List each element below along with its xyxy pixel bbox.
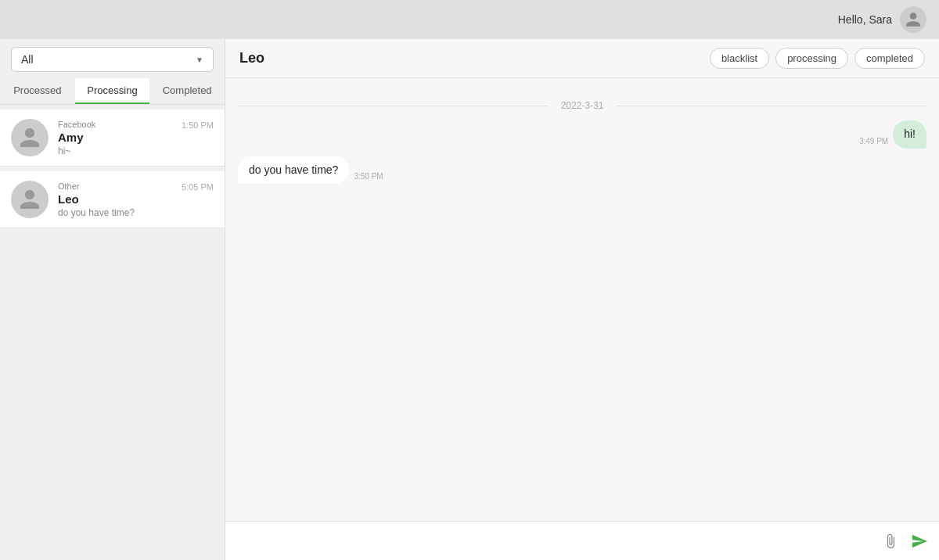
main-area: All ▼ Processed Processing Completed (0, 39, 939, 560)
greeting-text: Hello, Sara (838, 13, 892, 26)
top-header: Hello, Sara (0, 0, 939, 39)
message-row-incoming-1: do you have time? 3:50 PM (238, 156, 926, 185)
contact-avatar-leo (11, 181, 49, 218)
contact-item-leo[interactable]: Other Leo do you have time? 5:05 PM (0, 171, 225, 228)
chat-input[interactable] (233, 529, 873, 554)
contact-name-leo: Leo (58, 192, 182, 206)
send-icon (911, 533, 928, 550)
person-icon (18, 126, 41, 149)
contact-info-amy: Facebook Amy hi~ (58, 120, 182, 156)
contact-preview-leo: do you have time? (58, 207, 182, 218)
tabs-row: Processed Processing Completed (0, 78, 225, 105)
contact-time-leo: 5:05 PM (182, 182, 214, 192)
contact-source-amy: Facebook (58, 120, 182, 129)
attachment-button[interactable] (880, 530, 901, 552)
processing-button[interactable]: processing (775, 48, 848, 69)
chat-title: Leo (239, 50, 264, 66)
contact-avatar-amy (11, 119, 49, 156)
msg-bubble-incoming-1: do you have time? (238, 156, 349, 185)
send-button[interactable] (908, 529, 931, 553)
filter-label: All (21, 53, 34, 66)
person-icon (18, 188, 41, 211)
chat-actions: blacklist processing completed (710, 48, 925, 69)
contact-info-leo: Other Leo do you have time? (58, 181, 182, 218)
left-sidebar: All ▼ Processed Processing Completed (0, 39, 225, 560)
filter-dropdown[interactable]: All ▼ (11, 47, 214, 72)
msg-time-2: 3:50 PM (354, 172, 383, 181)
chat-messages: 2022-3-31 3:49 PM hi! do you have time? … (225, 78, 939, 521)
tab-processed[interactable]: Processed (0, 78, 75, 104)
chat-input-area (225, 521, 939, 560)
msg-bubble-outgoing-1: hi! (893, 120, 926, 149)
contact-list: Facebook Amy hi~ 1:50 PM Other Leo do yo… (0, 105, 225, 560)
attachment-icon (883, 533, 898, 549)
chevron-down-icon: ▼ (196, 56, 203, 64)
avatar[interactable] (900, 6, 926, 33)
chat-header: Leo blacklist processing completed (225, 39, 939, 78)
contact-source-leo: Other (58, 181, 182, 191)
contact-item-amy[interactable]: Facebook Amy hi~ 1:50 PM (0, 109, 225, 167)
date-divider: 2022-3-31 (238, 100, 926, 111)
contact-time-amy: 1:50 PM (182, 120, 214, 130)
blacklist-button[interactable]: blacklist (710, 48, 769, 69)
chat-area: Leo blacklist processing completed 2022-… (225, 39, 939, 560)
tab-processing[interactable]: Processing (75, 78, 150, 104)
person-icon (905, 11, 922, 28)
completed-button[interactable]: completed (854, 48, 925, 69)
tab-completed[interactable]: Completed (149, 78, 225, 104)
contact-name-amy: Amy (58, 131, 182, 144)
contact-preview-amy: hi~ (58, 145, 182, 156)
message-row-outgoing-1: 3:49 PM hi! (238, 120, 926, 149)
msg-time-1: 3:49 PM (859, 137, 888, 145)
